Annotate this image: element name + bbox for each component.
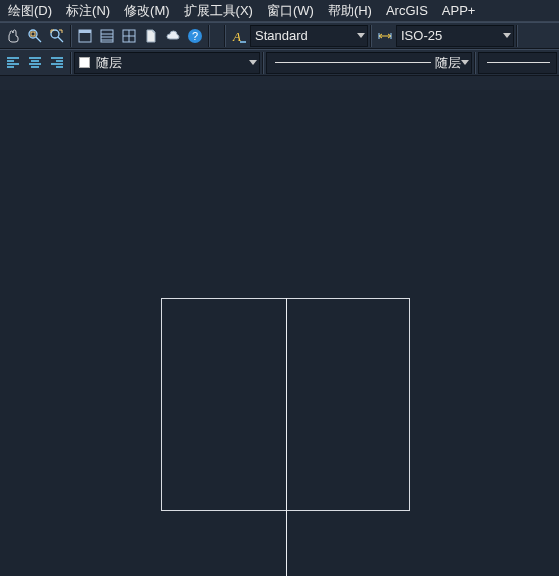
cloud-button[interactable] bbox=[162, 25, 184, 47]
align-right-button[interactable] bbox=[46, 52, 68, 74]
color-swatch bbox=[79, 57, 90, 68]
dim-style-button[interactable] bbox=[374, 25, 396, 47]
properties-button[interactable] bbox=[96, 25, 118, 47]
cloud-icon bbox=[165, 28, 181, 44]
menu-draw[interactable]: 绘图(D) bbox=[2, 0, 60, 22]
svg-text:?: ? bbox=[192, 30, 198, 42]
toolbar-separator bbox=[262, 52, 264, 74]
chevron-down-icon bbox=[461, 60, 469, 65]
toolbar-row-1: ? A Standard ISO-25 bbox=[0, 22, 559, 49]
properties-icon bbox=[99, 28, 115, 44]
layer-manager-icon bbox=[77, 28, 93, 44]
linetype-value: 随层 bbox=[435, 54, 461, 72]
menu-app[interactable]: APP+ bbox=[436, 1, 484, 20]
svg-point-3 bbox=[51, 30, 59, 38]
toolbar-row-2: 随层 随层 bbox=[0, 49, 559, 76]
svg-rect-2 bbox=[31, 32, 35, 36]
align-right-icon bbox=[49, 55, 65, 71]
chevron-down-icon bbox=[249, 60, 257, 65]
svg-line-1 bbox=[36, 37, 41, 42]
toolbar-separator bbox=[70, 25, 72, 47]
chevron-down-icon bbox=[503, 33, 511, 38]
help-icon: ? bbox=[187, 28, 203, 44]
drawing-canvas[interactable] bbox=[0, 76, 559, 576]
crosshair-vertical bbox=[286, 298, 287, 576]
toolbar-separator bbox=[208, 25, 210, 47]
svg-rect-6 bbox=[79, 30, 91, 33]
pan-button[interactable] bbox=[2, 25, 24, 47]
menu-modify[interactable]: 修改(M) bbox=[118, 0, 178, 22]
toolbar-separator bbox=[70, 52, 72, 74]
grid-button[interactable] bbox=[118, 25, 140, 47]
zoom-window-button[interactable] bbox=[24, 25, 46, 47]
align-left-button[interactable] bbox=[2, 52, 24, 74]
zoom-window-icon bbox=[27, 28, 43, 44]
pan-hand-icon bbox=[5, 28, 21, 44]
linetype-preview bbox=[275, 62, 431, 63]
layer-color-dropdown[interactable]: 随层 bbox=[74, 52, 260, 74]
lineweight-preview bbox=[487, 62, 550, 63]
align-center-button[interactable] bbox=[24, 52, 46, 74]
menu-arcgis[interactable]: ArcGIS bbox=[380, 1, 436, 20]
text-style-icon: A bbox=[231, 28, 247, 44]
menu-extend[interactable]: 扩展工具(X) bbox=[178, 0, 261, 22]
align-left-icon bbox=[5, 55, 21, 71]
chevron-down-icon bbox=[357, 33, 365, 38]
linetype-dropdown[interactable]: 随层 bbox=[266, 52, 472, 74]
toolbar-separator bbox=[474, 52, 476, 74]
toolbar-separator bbox=[224, 25, 226, 47]
svg-line-4 bbox=[58, 37, 63, 42]
menu-window[interactable]: 窗口(W) bbox=[261, 0, 322, 22]
dim-style-icon bbox=[377, 28, 393, 44]
menu-annotate[interactable]: 标注(N) bbox=[60, 0, 118, 22]
text-style-value: Standard bbox=[255, 28, 308, 43]
svg-point-0 bbox=[29, 30, 37, 38]
align-center-icon bbox=[27, 55, 43, 71]
dim-style-dropdown[interactable]: ISO-25 bbox=[396, 25, 514, 47]
menu-help[interactable]: 帮助(H) bbox=[322, 0, 380, 22]
toolbar-separator bbox=[516, 25, 518, 47]
zoom-extents-button[interactable] bbox=[46, 25, 68, 47]
help-button[interactable]: ? bbox=[184, 25, 206, 47]
grid-icon bbox=[121, 28, 137, 44]
text-style-dropdown[interactable]: Standard bbox=[250, 25, 368, 47]
toolbar-separator bbox=[370, 25, 372, 47]
layer-manager-button[interactable] bbox=[74, 25, 96, 47]
layer-color-value: 随层 bbox=[96, 54, 122, 72]
svg-text:A: A bbox=[232, 29, 241, 44]
model-space[interactable] bbox=[0, 90, 559, 576]
text-style-button[interactable]: A bbox=[228, 25, 250, 47]
menu-bar: 绘图(D) 标注(N) 修改(M) 扩展工具(X) 窗口(W) 帮助(H) Ar… bbox=[0, 0, 559, 22]
zoom-extents-icon bbox=[49, 28, 65, 44]
sheet-icon bbox=[143, 28, 159, 44]
lineweight-dropdown[interactable] bbox=[478, 52, 557, 74]
dim-style-value: ISO-25 bbox=[401, 28, 442, 43]
sheet-button[interactable] bbox=[140, 25, 162, 47]
